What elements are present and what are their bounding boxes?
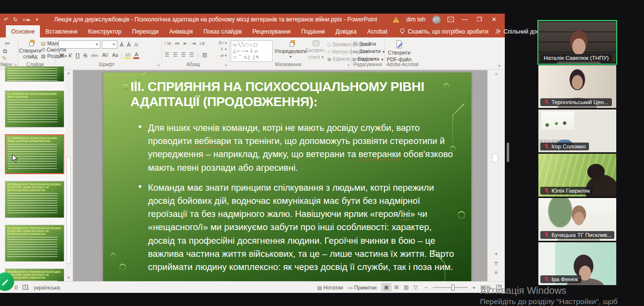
drawing-dialog-launcher[interactable]: ⇘ (347, 63, 350, 67)
thumbnail-scrollbar[interactable]: ▲ ▼ (66, 70, 72, 281)
cut-icon[interactable]: ✂ (5, 40, 10, 47)
scroll-up-icon[interactable]: ▲ (66, 71, 72, 74)
participant-tile[interactable]: Іра Фенюк (538, 242, 616, 285)
start-slideshow-icon[interactable]: ▭▸ (22, 17, 30, 23)
warning-icon[interactable] (392, 17, 400, 23)
convert-smartart-button[interactable]: ⇄ ▾ (219, 53, 227, 59)
scroll-down-icon[interactable]: ▼ (66, 276, 72, 279)
decrease-indent-icon[interactable]: ⇤ (183, 40, 187, 47)
font-color-button[interactable]: А (133, 52, 139, 59)
participant-tile-active-speaker[interactable]: Наталія Савелюк (ТНПУ) (538, 21, 616, 64)
participant-tile[interactable]: Бучацька ТГ Писклив... (538, 198, 616, 241)
collapse-ribbon-icon[interactable]: ∧ (497, 63, 501, 68)
tell-me-box[interactable]: Скажіть, що потрібно зробити (393, 25, 496, 37)
slide-thumbnail[interactable]: ЯК ВИБУДУВАТИ СПІЛКУВАННЯ ВСЕРЕДИНІ КОЛЕ… (5, 225, 64, 262)
undo-icon[interactable]: ↶ (4, 17, 8, 23)
tab-view[interactable]: Подання (296, 25, 330, 37)
previous-slide-button[interactable]: ⇈ (488, 261, 505, 266)
scrollbar-thumb[interactable] (492, 154, 498, 162)
slide-thumbnail[interactable] (5, 66, 64, 82)
slide-body[interactable]: Для інших членів команди, котрі не мають… (138, 121, 456, 280)
account-name[interactable]: dim teh (406, 16, 425, 23)
zoom-out-icon[interactable]: − (424, 285, 427, 290)
slide-bullet[interactable]: Команда має знати принципи спілкування з… (138, 181, 456, 273)
scroll-up-icon[interactable]: ∧ (488, 72, 505, 76)
align-left-icon[interactable]: ☰ (165, 52, 169, 58)
highlight-button[interactable]: ab (124, 52, 131, 59)
restore-button[interactable]: ❐ (476, 16, 483, 23)
ribbon-display-options-icon[interactable] (447, 17, 454, 22)
bullets-icon[interactable]: ∷≡ (165, 40, 171, 47)
align-right-icon[interactable]: ☰ (181, 52, 186, 58)
tab-transitions[interactable]: Переходи (127, 25, 164, 37)
tab-review[interactable]: Рецензування (247, 25, 296, 37)
numbering-icon[interactable]: ≔ (174, 40, 180, 47)
slide-sorter-view-button[interactable]: ⊞ (392, 284, 401, 291)
find-button[interactable]: Знайти (353, 40, 386, 48)
participant-tile[interactable]: Ігор Соломко (538, 109, 616, 152)
strikethrough-button[interactable]: S (82, 53, 88, 58)
shrink-font-icon[interactable]: А̌ (126, 42, 132, 48)
tab-insert[interactable]: Вставлення (40, 25, 83, 37)
tab-acrobat[interactable]: Acrobat (362, 25, 392, 37)
language-indicator[interactable]: українська (34, 285, 60, 290)
zoom-slider[interactable] (433, 287, 468, 288)
change-case-button[interactable]: Aa (111, 53, 119, 58)
arrange-button[interactable]: Упорядкувати▼ (276, 40, 306, 58)
zoom-in-icon[interactable]: + (473, 285, 476, 290)
format-painter-icon[interactable]: ✎ (2, 55, 7, 62)
normal-view-button[interactable]: ▣ (382, 283, 391, 291)
participant-tile[interactable]: Юлія Гавриляк (538, 154, 616, 197)
slide-bullet[interactable]: Для інших членів команди, котрі не мають… (138, 121, 456, 174)
create-pdf-button[interactable]: Створити PDF-файл (386, 40, 412, 62)
slide-thumbnail[interactable]: ЯК ВИБУДУВАТИ СПІЛКУВАННЯ ВСЕРЕДИНІ КОЛЕ… (5, 181, 64, 218)
slideshow-view-button[interactable]: ▽ (412, 284, 420, 291)
new-slide-button[interactable]: Створити слайд (19, 40, 41, 59)
participant-tile[interactable]: Тернопільський Цен... (538, 65, 616, 108)
tab-animations[interactable]: Анімація (164, 25, 198, 37)
slide-scrollbar[interactable]: ∧ ▼ ⇈ ⇊ (487, 70, 505, 281)
grow-font-icon[interactable]: А́ (119, 42, 125, 48)
zoom-slider-thumb[interactable] (451, 285, 455, 290)
bold-button[interactable]: Ж (58, 53, 65, 58)
tab-design[interactable]: Конструктор (83, 25, 127, 37)
slide-title[interactable]: ІІІ. СПРИЯННЯ НА ПСИХОСОЦІАЛЬНОМУ РІВНІ … (130, 79, 442, 109)
current-slide[interactable]: ІІІ. СПРИЯННЯ НА ПСИХОСОЦІАЛЬНОМУ РІВНІ … (103, 72, 471, 281)
line-spacing-icon[interactable]: ↕≡ (199, 40, 205, 47)
slide-thumbnail[interactable]: ІІІ. СПРИЯННЯ НА ПСИХОСОЦІАЛЬНОМУ РІВНІ … (5, 90, 64, 127)
comments-button[interactable]: ▭ Примітки (348, 285, 377, 290)
increase-indent-icon[interactable]: ⇥ (191, 40, 196, 47)
shadow-button[interactable]: abc (90, 53, 99, 58)
italic-button[interactable]: К (67, 53, 73, 58)
justify-icon[interactable]: ☰ (189, 52, 194, 58)
text-direction-button[interactable]: ⅡА ▾ (219, 40, 227, 46)
font-size-combo[interactable]: ▼ (102, 40, 117, 49)
columns-icon[interactable]: ▥ (202, 52, 207, 58)
account-avatar[interactable]: DT (432, 16, 441, 24)
quick-styles-button[interactable]: Експрес- стилі ▾ (305, 40, 327, 60)
align-text-button[interactable]: ⇕ ▾ (219, 46, 227, 53)
qat-customize-icon[interactable]: ▼ (35, 18, 39, 22)
align-center-icon[interactable]: ☰ (173, 52, 178, 58)
font-name-combo[interactable]: ▼ (58, 40, 100, 49)
underline-button[interactable]: П (74, 53, 80, 58)
reading-view-button[interactable]: ▥ (402, 284, 410, 291)
tab-home[interactable]: Основне (6, 25, 40, 37)
character-spacing-button[interactable]: AV (101, 53, 110, 58)
copy-icon[interactable]: ⧉ (3, 48, 7, 54)
tab-slideshow[interactable]: Показ слайдів (198, 25, 247, 37)
close-button[interactable]: ✕ (490, 16, 498, 23)
scroll-down-icon[interactable]: ▼ (488, 252, 505, 256)
replace-button[interactable]: ab Замінити ▼ (353, 48, 386, 55)
minimize-button[interactable]: — (461, 16, 469, 23)
tab-help[interactable]: Довідка (330, 25, 362, 37)
shapes-gallery[interactable]: ▭╲╲□○▢△⌐¬⇨⇩▱☆⌒∿{ }✎ (231, 40, 273, 62)
font-dialog-launcher[interactable]: ⇘ (157, 63, 160, 67)
next-slide-button[interactable]: ⇊ (488, 270, 505, 275)
video-strip-scrollbar[interactable] (507, 143, 509, 162)
spellcheck-icon[interactable] (22, 285, 29, 290)
paragraph-dialog-launcher[interactable]: ⇘ (224, 63, 227, 67)
notes-button[interactable]: ▤ Нотатки (317, 285, 343, 290)
clear-formatting-icon[interactable]: А̸ (133, 42, 139, 48)
redo-icon[interactable]: ↻ (13, 17, 18, 23)
